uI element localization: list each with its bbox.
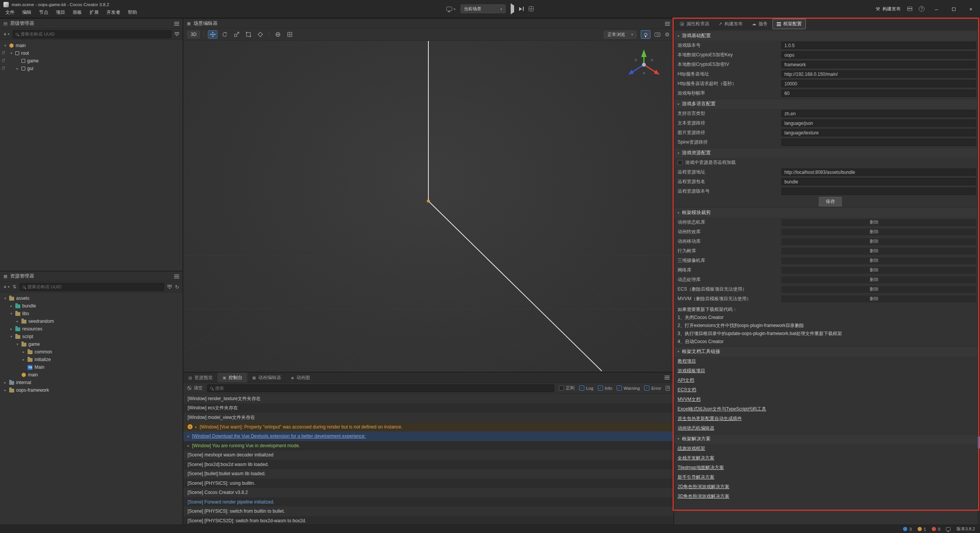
frame-rate-input[interactable] [781, 90, 976, 97]
panel-menu-icon[interactable] [665, 377, 670, 378]
snap-grid-icon[interactable] [285, 30, 294, 39]
asset-item-main-ts[interactable]: TS Main [0, 363, 183, 371]
asset-item-initialize[interactable]: ▸ initialize [0, 356, 183, 363]
solution-link[interactable]: Tiledmap地图解决方案 [678, 464, 724, 471]
scene-viewport[interactable] [183, 41, 673, 372]
hierarchy-node-gui[interactable]: ▸ gui [0, 65, 183, 72]
doc-link[interactable]: 原生包热更新配置自动生成插件 [678, 415, 742, 422]
menu-edit[interactable]: 编辑 [18, 8, 35, 17]
help-icon[interactable]: ? [919, 6, 924, 12]
hierarchy-node-game[interactable]: game [0, 57, 183, 65]
camera-icon[interactable] [655, 33, 660, 37]
error-count-indicator[interactable]: 0 [932, 527, 940, 531]
remote-bundle-input[interactable] [781, 178, 976, 185]
tab-console[interactable]: ▣ 控制台 [217, 373, 247, 383]
section-module-trim[interactable]: ▾ 框架模块裁剪 [674, 208, 980, 217]
lock-icon[interactable] [2, 60, 5, 62]
hierarchy-node-root[interactable]: ▾ root [0, 49, 183, 57]
menu-project[interactable]: 项目 [52, 8, 69, 17]
chevron-down-icon[interactable]: ▾ [3, 296, 7, 300]
asset-item-assets[interactable]: ▾ assets [0, 294, 183, 302]
delete-button[interactable]: 删除 [867, 229, 881, 235]
chevron-down-icon[interactable]: ▾ [9, 312, 13, 316]
log-row-link[interactable]: ▸ [Window] Download the Vue Devtools ext… [183, 432, 673, 441]
log-row[interactable]: [Window] model_view文件夹存在 [183, 413, 673, 422]
step-button[interactable] [519, 7, 524, 11]
asset-item-oops-framework[interactable]: ▸ oops-framework [0, 386, 183, 394]
lighting-toggle-button[interactable] [641, 30, 650, 39]
asset-item-script[interactable]: ▾ script [0, 333, 183, 340]
asset-item-internal[interactable]: ▸ internal [0, 379, 183, 386]
tab-asset-preview[interactable]: ▤ 资源预览 [183, 373, 217, 383]
refresh-icon[interactable]: ↻ [175, 284, 179, 290]
doc-link[interactable]: ECS文档 [678, 387, 696, 393]
hierarchy-search-input[interactable] [21, 32, 168, 36]
chevron-right-icon[interactable]: ▸ [195, 425, 197, 429]
assets-search-input[interactable] [28, 284, 161, 289]
tab-framework-config[interactable]: 框架配置 [773, 19, 806, 29]
solution-link[interactable]: 全栈开发解决方案 [678, 455, 714, 461]
rotate-tool-icon[interactable] [220, 30, 229, 39]
chevron-down-icon[interactable]: ▾ [3, 44, 7, 47]
chevron-right-icon[interactable]: ▸ [188, 444, 189, 448]
log-row[interactable]: [Scene] meshopt wasm decoder initialized [183, 450, 673, 460]
scale-tool-icon[interactable] [232, 30, 241, 39]
doc-link[interactable]: 教程项目 [678, 358, 696, 365]
preview-scene-select[interactable]: 当前场景 ▾ [461, 5, 506, 13]
solution-link[interactable]: 新手引导解决方案 [678, 474, 714, 481]
log-row[interactable]: [Scene] [bullet]:bullet wasm lib loaded. [183, 469, 673, 479]
rect-tool-icon[interactable] [243, 30, 253, 39]
inspector-scrollbar-thumb[interactable] [978, 436, 980, 449]
log-row[interactable]: [Window] ecs文件夹存在 [183, 404, 673, 413]
regex-checkbox[interactable]: ✓ 正则 [559, 385, 575, 391]
delete-button[interactable]: 删除 [867, 258, 881, 263]
section-resource-config[interactable]: ▾ 游戏资源配置 [674, 148, 980, 158]
delete-button[interactable]: 删除 [867, 219, 881, 225]
http-timeout-input[interactable] [781, 80, 976, 87]
chevron-right-icon[interactable]: ▸ [15, 67, 20, 70]
create-node-button[interactable]: +▾ [3, 31, 10, 37]
filter-icon[interactable] [167, 285, 172, 289]
menu-node[interactable]: 节点 [35, 8, 52, 17]
preview-layout-icon[interactable] [529, 7, 534, 11]
remote-url-input[interactable] [781, 168, 976, 176]
log-row[interactable]: [Scene] [PHYSICS]: switch from builtin t… [183, 507, 673, 516]
section-basic-config[interactable]: ▾ 游戏基础配置 [674, 31, 980, 41]
filter-log-checkbox[interactable]: ✓ Log [579, 386, 593, 391]
pivot-tool-icon[interactable] [255, 30, 265, 39]
asset-item-main-scene[interactable]: main [0, 371, 183, 379]
save-button[interactable]: 保存 [819, 197, 842, 206]
log-file-icon[interactable] [666, 386, 670, 391]
lock-icon[interactable] [2, 67, 5, 70]
text-res-path-input[interactable] [781, 119, 976, 127]
delete-button[interactable]: 删除 [867, 277, 881, 283]
chevron-right-icon[interactable]: ▸ [21, 350, 26, 354]
lock-icon[interactable] [2, 52, 5, 54]
game-version-input[interactable] [781, 42, 976, 49]
filter-info-checkbox[interactable]: ✓ Info [598, 386, 612, 391]
log-count-indicator[interactable]: 3 [903, 527, 911, 531]
build-publish-button[interactable]: ⚒ 构建发布 [875, 6, 901, 12]
section-solutions[interactable]: ▾ 框架解决方案 [674, 434, 980, 444]
coordinate-mode-icon[interactable] [273, 30, 283, 39]
warning-count-indicator[interactable]: 1 [918, 527, 926, 531]
filter-error-checkbox[interactable]: ✓ Error [644, 386, 661, 391]
section-doc-links[interactable]: ▾ 框架文档工具链接 [674, 347, 980, 356]
log-row[interactable]: [Scene] Forward render pipeline initiali… [183, 497, 673, 507]
log-row[interactable]: [Window] render_texture文件夹存在 [183, 394, 673, 404]
chevron-down-icon[interactable]: ▾ [15, 342, 20, 346]
gear-icon[interactable]: ⚙ [665, 31, 670, 38]
http-server-input[interactable] [781, 70, 976, 78]
tab-animation-graph[interactable]: ◈ 动画图 [286, 373, 315, 383]
chevron-right-icon[interactable]: ▸ [21, 358, 26, 361]
delete-button[interactable]: 删除 [867, 248, 881, 254]
asset-item-libs[interactable]: ▾ libs [0, 310, 183, 317]
log-row[interactable]: [Scene] [PHYSICS2D]: switch from box2d-w… [183, 516, 673, 525]
asset-item-seedrandom[interactable]: ▸ seedrandom [0, 317, 183, 325]
minimize-button[interactable]: – [931, 6, 942, 12]
asset-item-game[interactable]: ▾ game [0, 340, 183, 348]
chevron-right-icon[interactable]: ▸ [3, 381, 7, 384]
play-button[interactable] [511, 5, 514, 12]
delete-button[interactable]: 删除 [867, 239, 881, 244]
crypto-key-input[interactable] [781, 51, 976, 59]
